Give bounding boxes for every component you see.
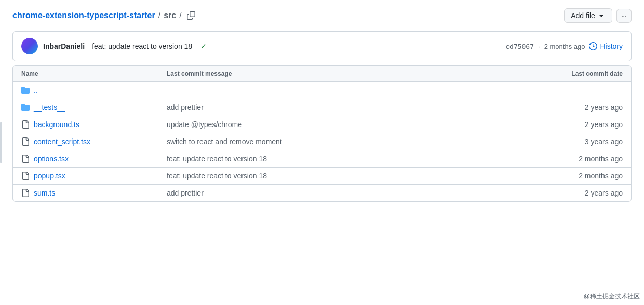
- file-link[interactable]: background.ts: [34, 120, 79, 129]
- file-link[interactable]: __tests__: [34, 103, 65, 112]
- repo-link[interactable]: chrome-extension-typescript-starter: [12, 11, 155, 20]
- file-table: Name Last commit message Last commit dat…: [12, 65, 632, 202]
- file-icon: [21, 120, 30, 129]
- commit-date-cell: 3 years ago: [508, 137, 623, 146]
- breadcrumb-path: src: [164, 11, 176, 20]
- copy-path-button[interactable]: [185, 10, 197, 21]
- file-type-icon: [21, 172, 30, 180]
- history-label: History: [600, 42, 623, 50]
- file-link[interactable]: sum.ts: [34, 189, 55, 197]
- table-row: background.ts update @types/chrome 2 yea…: [13, 116, 631, 133]
- file-name-cell: content_script.tsx: [21, 137, 167, 146]
- file-link[interactable]: popup.tsx: [34, 172, 65, 180]
- breadcrumb: chrome-extension-typescript-starter / sr…: [12, 8, 632, 23]
- breadcrumb-sep2: /: [179, 11, 181, 20]
- scrollbar-hint: [0, 122, 2, 163]
- file-type-icon: [21, 137, 30, 146]
- history-button[interactable]: History: [589, 42, 623, 50]
- table-row: ..: [13, 82, 631, 99]
- folder-icon: [21, 103, 30, 112]
- table-row: content_script.tsx switch to react and r…: [13, 133, 631, 150]
- table-row: __tests__ add prettier 2 years ago: [13, 99, 631, 116]
- watermark: @稀土掘金技术社区: [584, 292, 640, 301]
- more-dots-label: ···: [621, 12, 627, 20]
- breadcrumb-sep1: /: [158, 11, 160, 20]
- commit-info-box: InbarDanieli feat: update react to versi…: [12, 31, 632, 61]
- avatar: [21, 38, 38, 54]
- commit-time: 2 months ago: [544, 43, 585, 50]
- commit-msg-cell: add prettier: [167, 189, 508, 197]
- file-type-icon: [21, 120, 30, 129]
- copy-icon: [187, 11, 195, 20]
- table-header: Name Last commit message Last commit dat…: [13, 66, 631, 82]
- file-name-cell: __tests__: [21, 103, 167, 112]
- file-link[interactable]: options.tsx: [34, 155, 69, 163]
- file-icon: [21, 137, 30, 146]
- file-type-icon: [21, 155, 30, 163]
- th-name: Name: [21, 70, 167, 77]
- file-rows: .. __tests__ add prettier 2 years ago: [13, 82, 631, 201]
- file-name-cell: popup.tsx: [21, 172, 167, 180]
- table-row: options.tsx feat: update react to versio…: [13, 150, 631, 168]
- commit-msg-cell: feat: update react to version 18: [167, 155, 508, 163]
- folder-icon: [21, 86, 30, 94]
- file-name-cell: sum.ts: [21, 189, 167, 197]
- commit-meta: cd75067 · 2 months ago History: [505, 42, 623, 50]
- commit-author[interactable]: InbarDanieli: [43, 42, 85, 50]
- breadcrumb-actions: Add file ···: [564, 8, 632, 23]
- commit-hash[interactable]: cd75067: [505, 43, 534, 50]
- commit-date-cell: 2 months ago: [508, 155, 623, 163]
- table-row: popup.tsx feat: update react to version …: [13, 168, 631, 185]
- commit-date-cell: 2 years ago: [508, 189, 623, 197]
- file-type-icon: [21, 189, 30, 197]
- commit-dot: ·: [538, 43, 540, 50]
- file-icon: [21, 189, 30, 197]
- commit-msg-cell: feat: update react to version 18: [167, 172, 508, 180]
- commit-date-cell: 2 years ago: [508, 103, 623, 112]
- file-icon: [21, 172, 30, 180]
- commit-date-cell: 2 years ago: [508, 120, 623, 129]
- file-link[interactable]: ..: [34, 86, 38, 94]
- add-file-label: Add file: [571, 11, 595, 20]
- more-options-button[interactable]: ···: [616, 9, 632, 23]
- commit-msg-cell: switch to react and remove moment: [167, 137, 508, 146]
- file-link[interactable]: content_script.tsx: [34, 137, 90, 146]
- file-name-cell: options.tsx: [21, 155, 167, 163]
- avatar-image: [21, 38, 38, 54]
- dropdown-arrow-icon: [597, 11, 606, 20]
- file-type-icon: [21, 86, 30, 94]
- commit-msg-cell: add prettier: [167, 103, 508, 112]
- file-icon: [21, 155, 30, 163]
- table-row: sum.ts add prettier 2 years ago: [13, 185, 631, 201]
- add-file-button[interactable]: Add file: [564, 8, 612, 23]
- th-commit-message: Last commit message: [167, 70, 508, 77]
- commit-date-cell: 2 months ago: [508, 172, 623, 180]
- th-commit-date: Last commit date: [508, 70, 623, 77]
- file-type-icon: [21, 103, 30, 112]
- history-icon: [589, 42, 597, 50]
- commit-msg-cell: update @types/chrome: [167, 120, 508, 129]
- file-name-cell: ..: [21, 86, 167, 94]
- file-name-cell: background.ts: [21, 120, 167, 129]
- check-icon: ✓: [200, 42, 207, 50]
- commit-message: feat: update react to version 18: [92, 42, 192, 50]
